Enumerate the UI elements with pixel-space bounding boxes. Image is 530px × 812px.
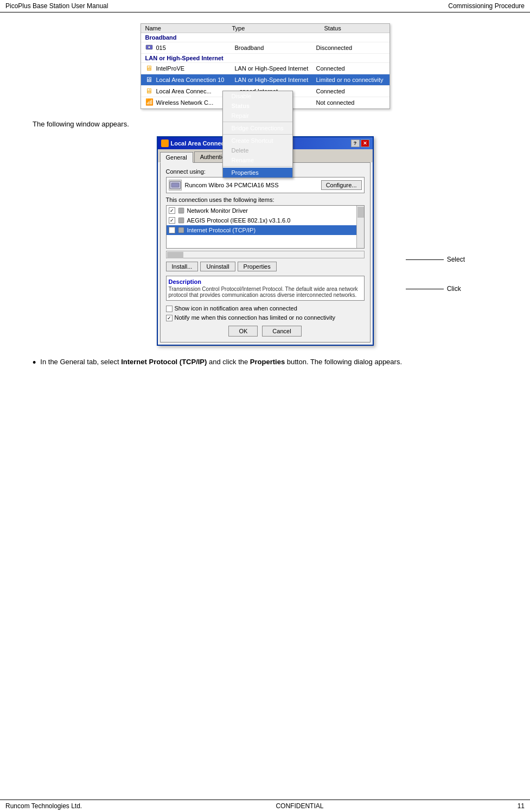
svg-rect-4 (178, 208, 184, 213)
checkbox-show-icon-label: Show icon in notification area when conn… (175, 305, 297, 312)
list-item-tcpip[interactable]: ✓ Internet Protocol (TCP/IP) (167, 225, 364, 235)
action-buttons: Install... Uninstall Properties (166, 262, 365, 271)
select-label: Select (447, 256, 465, 263)
list-item-netmon[interactable]: ✓ Network Monitor Driver (167, 206, 364, 215)
icon-netmon (177, 207, 185, 214)
checkbox-row-2: ✓ Notify me when this connection has lim… (166, 314, 365, 321)
description-label: Description (169, 278, 362, 285)
icon-aegis (177, 217, 185, 224)
bullet-item-1: • In the General tab, select Internet Pr… (33, 357, 497, 367)
click-annotation: Click (406, 285, 465, 293)
lan-loc3-status: Connected (316, 88, 345, 94)
main-content: Name Type Status Broadband 015 Broadband… (0, 12, 530, 382)
ctx-delete: Delete (223, 145, 292, 155)
col-name-header: Name (145, 25, 232, 31)
click-label: Click (447, 285, 461, 293)
uninstall-button[interactable]: Uninstall (200, 262, 235, 271)
net-conn-table-header: Name Type Status (141, 24, 389, 33)
lan-row-loc10: 🖥 Local Area Connection 10 LAN or High-S… (141, 74, 389, 86)
checkbox-notify[interactable]: ✓ (166, 315, 173, 321)
description-box: Description Transmission Control Protoco… (166, 276, 365, 301)
svg-rect-6 (178, 227, 184, 233)
install-button[interactable]: Install... (166, 262, 199, 271)
broadband-015-name: 015 (156, 45, 235, 51)
connect-using-box: Runcom Wibro 34 PCMCIA16 MSS Configure..… (166, 177, 365, 193)
svg-rect-3 (171, 183, 179, 187)
checkbox-notify-label: Notify me when this connection has limit… (175, 314, 336, 321)
check-aegis[interactable]: ✓ (169, 217, 175, 224)
footer-right: 11 (518, 802, 525, 810)
header-right: Commissioning Procedure (448, 2, 525, 10)
lan-loc10-status: Limited or no connectivity (316, 77, 384, 83)
cancel-button[interactable]: Cancel (262, 326, 301, 337)
configure-button[interactable]: Configure... (321, 180, 362, 190)
horizontal-scroll[interactable] (166, 251, 365, 258)
context-menu: Disable Status Repair Bridge Connections… (222, 91, 293, 178)
ctx-rename[interactable]: Rename (223, 155, 292, 165)
properties-button[interactable]: Properties (238, 262, 277, 271)
lan-icon-loc10: 🖥 (145, 75, 154, 84)
tab-general[interactable]: General (160, 152, 193, 163)
check-tcpip[interactable]: ✓ (169, 227, 175, 233)
select-line (406, 259, 444, 260)
bullet-text: In the General tab, select Internet Prot… (40, 357, 402, 367)
bullet-section: • In the General tab, select Internet Pr… (33, 357, 497, 367)
ctx-repair[interactable]: Repair (223, 111, 292, 120)
ctx-divider2 (223, 134, 292, 135)
wifi-icon: 📶 (145, 98, 154, 107)
items-label: This connection uses the following items… (166, 196, 365, 203)
props-body: Connect using: Runcom Wibro 34 PCMCIA16 … (160, 162, 371, 342)
checkbox-row-1: Show icon in notification area when conn… (166, 305, 365, 312)
ctx-divider1 (223, 122, 292, 122)
items-list: ✓ Network Monitor Driver ✓ AEGIS Protoco… (166, 205, 365, 249)
props-titlebar-icon (161, 139, 169, 147)
network-connections-screenshot: Name Type Status Broadband 015 Broadband… (33, 23, 497, 109)
check-netmon[interactable]: ✓ (169, 207, 175, 214)
page-header: PicoPlus Base Station User Manual Commis… (0, 0, 530, 12)
lan-intelpro-status: Connected (316, 65, 345, 72)
label-netmon: Network Monitor Driver (187, 207, 248, 214)
ctx-properties[interactable]: Properties (223, 168, 292, 177)
svg-point-1 (148, 46, 150, 48)
ctx-bridge[interactable]: Bridge Connections (223, 123, 292, 133)
list-item-aegis[interactable]: ✓ AEGIS Protocol (IEEE 802.1x) v3.1.6.0 (167, 215, 364, 225)
broadband-015-status: Disconnected (316, 45, 353, 51)
props-titlebar-buttons: ? ✕ (351, 139, 369, 147)
ctx-shortcut[interactable]: Create Shortcut (223, 136, 292, 145)
scrollbar-thumb[interactable] (357, 207, 364, 218)
select-annotation: Select (406, 256, 465, 263)
ctx-status[interactable]: Status (223, 101, 292, 111)
header-left: PicoPlus Base Station User Manual (5, 2, 108, 10)
wifi-status: Not connected (316, 99, 355, 106)
lan-icon-loc3: 🖥 (145, 87, 154, 96)
col-status-header: Status (324, 25, 385, 31)
broadband-row-015: 015 Broadband Disconnected (141, 42, 389, 54)
lan-intelpro-name: IntelProVE (156, 65, 235, 72)
h-scrollbar-thumb[interactable] (167, 252, 183, 258)
close-button[interactable]: ✕ (361, 139, 369, 147)
items-scrollbar[interactable] (356, 206, 364, 248)
lan-loc10-name: Local Area Connection 10 (156, 77, 235, 83)
annotations: Select Click (406, 256, 465, 293)
adapter-icon (169, 180, 182, 191)
lan-icon-intelpro: 🖥 (145, 64, 154, 73)
footer-center: CONFIDENTIAL (276, 802, 323, 810)
click-line (406, 289, 444, 289)
section-lan: LAN or High-Speed Internet (141, 54, 389, 63)
ctx-disable[interactable]: Disable (223, 91, 292, 101)
ok-button[interactable]: OK (228, 326, 258, 337)
page-footer: Runcom Technologies Ltd. CONFIDENTIAL 11 (0, 800, 530, 812)
broadband-icon (145, 43, 154, 52)
help-button[interactable]: ? (351, 139, 360, 147)
lan-loc10-type: LAN or High-Speed Internet (235, 77, 316, 83)
footer-left: Runcom Technologies Ltd. (5, 802, 82, 810)
checkboxes-area: Show icon in notification area when conn… (166, 305, 365, 321)
description-text: Transmission Control Protocol/Internet P… (169, 286, 362, 298)
checkbox-show-icon[interactable] (166, 306, 173, 312)
icon-tcpip (177, 226, 185, 234)
section-broadband: Broadband (141, 33, 389, 42)
broadband-015-type: Broadband (235, 45, 316, 51)
lan-rows-wrapper: 🖥 IntelProVE LAN or High-Speed Internet … (141, 63, 389, 109)
lan-row-intelpro: 🖥 IntelProVE LAN or High-Speed Internet … (141, 63, 389, 74)
svg-rect-5 (178, 218, 184, 223)
